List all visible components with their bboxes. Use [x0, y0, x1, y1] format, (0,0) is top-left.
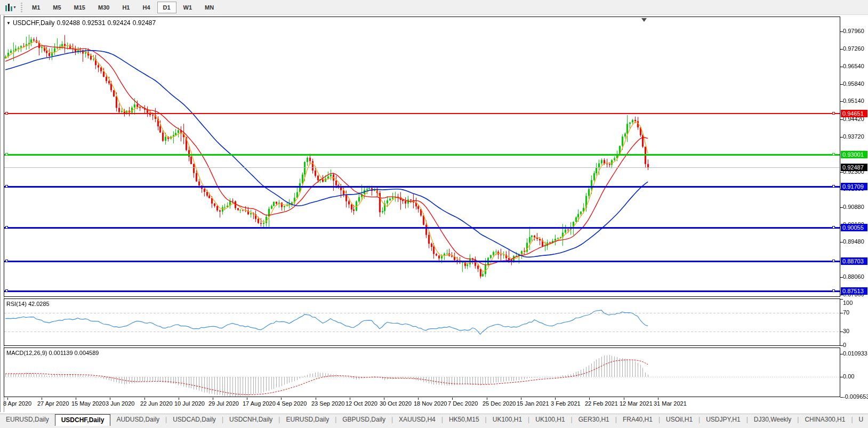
price-level-badge: 0.94651: [841, 110, 867, 117]
timeframe-button-d1[interactable]: D1: [157, 2, 176, 13]
price-tick-label: 0.89480: [843, 238, 864, 245]
date-label: 7 Dec 2020: [448, 400, 478, 407]
level-handle-right[interactable]: [832, 226, 835, 229]
chart-type-dropdown-icon[interactable]: ▾: [13, 5, 15, 10]
symbol-tab-usdchf-daily[interactable]: USDCHF,Daily: [55, 414, 111, 426]
rsi-canvas[interactable]: [4, 299, 839, 345]
date-label: 10 Jul 2020: [174, 400, 205, 407]
symbol-tab-usdjpy-h1[interactable]: USDJPY,H1: [700, 414, 746, 425]
price-tick-label: 0.90880: [843, 204, 864, 210]
price-tick-label: 0.88060: [843, 273, 864, 280]
date-tick-mark: [350, 398, 350, 400]
symbol-tab-audusd-daily[interactable]: AUDUSD,Daily: [110, 414, 165, 425]
price-level-badge: 0.87513: [841, 287, 867, 295]
ohlc-low: 0.92424: [107, 19, 130, 27]
level-handle-left[interactable]: [5, 112, 8, 115]
chart-symbol-period: USDCHF,Daily: [13, 19, 55, 27]
date-label: 22 Jun 2020: [140, 400, 173, 407]
rsi-tick-label: 100: [843, 300, 853, 306]
timeframe-button-w1[interactable]: W1: [178, 2, 198, 13]
price-tick-label: 0.96540: [843, 63, 864, 69]
current-price-badge: 0.92487: [841, 164, 867, 171]
symbol-tab-gbpusd-daily[interactable]: GBPUSD,Daily: [336, 414, 391, 425]
symbol-tab-eurusd-daily[interactable]: EURUSD,Daily: [0, 414, 55, 425]
date-tick-mark: [658, 398, 658, 400]
symbol-tab-eurusd-daily[interactable]: EURUSD,Daily: [280, 414, 335, 425]
date-label: 4 Sep 2020: [277, 400, 307, 407]
symbol-tab-u[interactable]: U: [853, 414, 868, 425]
symbol-tab-usoil-h1[interactable]: USOil,H1: [660, 414, 698, 425]
symbol-tab-xauusd-h4[interactable]: XAUUSD,H4: [393, 414, 441, 425]
toolbar-grip[interactable]: [21, 3, 22, 12]
macd-tick-label: 0.010933: [843, 350, 867, 357]
level-handle-left[interactable]: [5, 260, 8, 262]
chart-shift-marker[interactable]: [641, 18, 647, 22]
horizontal-level-line[interactable]: [4, 290, 840, 292]
date-tick-mark: [7, 398, 8, 400]
symbol-tab-hk50-m15[interactable]: HK50,M15: [443, 414, 485, 425]
date-tick-mark: [418, 398, 419, 400]
level-handle-right[interactable]: [832, 112, 835, 115]
level-handle-left[interactable]: [5, 289, 8, 292]
ohlc-open: 0.92488: [57, 19, 80, 27]
date-label: 31 Mar 2021: [654, 400, 687, 407]
level-handle-right[interactable]: [832, 153, 835, 156]
date-label: 30 Oct 2020: [380, 400, 412, 407]
symbol-tab-ger30-h1[interactable]: GER30,H1: [573, 414, 615, 425]
price-tick-label: 0.95840: [843, 80, 864, 87]
date-label: 3 Jun 2020: [106, 400, 134, 407]
level-handle-left[interactable]: [5, 153, 8, 156]
macd-canvas[interactable]: [4, 348, 839, 397]
price-level-badge: 0.91709: [841, 183, 867, 190]
main-chart-canvas[interactable]: [4, 17, 839, 296]
horizontal-level-line[interactable]: [4, 154, 840, 156]
price-level-badge: 0.93001: [841, 151, 867, 158]
date-tick-mark: [110, 398, 110, 400]
horizontal-level-line[interactable]: [4, 261, 840, 262]
timeframe-button-m1[interactable]: M1: [26, 2, 46, 13]
current-price-line: [4, 167, 840, 168]
rsi-tick-label: 70: [843, 309, 849, 316]
symbol-tab-usdcad-daily[interactable]: USDCAD,Daily: [167, 414, 222, 425]
date-label: 12 Mar 2021: [620, 400, 653, 407]
symbol-tabs: EURUSD,DailyUSDCHF,DailyAUDUSD,Daily|USD…: [0, 414, 868, 426]
timeframes-toolbar: ▾ M1M5M15M30H1H4D1W1MN: [0, 0, 868, 15]
level-handle-left[interactable]: [5, 226, 8, 229]
horizontal-level-line[interactable]: [4, 113, 840, 114]
date-tick-mark: [589, 398, 590, 400]
symbol-tab-fra40-h1[interactable]: FRA40,H1: [617, 414, 658, 425]
symbol-tab-uk100-h1[interactable]: UK100,H1: [529, 414, 570, 425]
chart-menu-caret-icon[interactable]: ▼: [6, 21, 11, 26]
date-label: 29 Jul 2020: [208, 400, 239, 407]
date-label: 18 Nov 2020: [414, 400, 447, 407]
date-label: 23 Sep 2020: [311, 400, 344, 407]
date-tick-mark: [624, 398, 624, 400]
symbol-tab-dj30-weekly[interactable]: DJ30,Weekly: [748, 414, 797, 425]
timeframe-buttons: M1M5M15M30H1H4D1W1MN: [26, 2, 220, 13]
ohlc-high: 0.92531: [82, 19, 105, 27]
price-tick-label: 0.97260: [843, 45, 864, 52]
macd-label: MACD(12,26,9) 0.001139 0.004589: [6, 350, 99, 356]
level-handle-right[interactable]: [832, 185, 835, 188]
symbol-tab-uk100-h1[interactable]: UK100,H1: [487, 414, 528, 425]
chart-type-button[interactable]: ▾: [2, 2, 20, 13]
symbol-tab-usdcnh-daily[interactable]: USDCNH,Daily: [223, 414, 278, 425]
level-handle-right[interactable]: [832, 260, 835, 262]
symbol-tab-china300-h1[interactable]: CHINA300,H1: [799, 414, 851, 425]
chart-header: ▼USDCHF,Daily0.924880.925310.924240.9248…: [6, 19, 158, 27]
horizontal-level-line[interactable]: [4, 227, 840, 229]
timeframe-button-h4[interactable]: H4: [136, 2, 156, 13]
date-label: 17 Aug 2020: [243, 400, 276, 407]
horizontal-level-line[interactable]: [4, 186, 840, 188]
date-label: 25 Dec 2020: [483, 400, 516, 407]
timeframe-button-m30[interactable]: M30: [92, 2, 115, 13]
level-handle-right[interactable]: [832, 289, 835, 292]
level-handle-left[interactable]: [5, 185, 8, 188]
timeframe-button-m5[interactable]: M5: [47, 2, 67, 13]
date-tick-mark: [555, 398, 556, 400]
timeframe-button-h1[interactable]: H1: [116, 2, 135, 13]
timeframe-button-mn[interactable]: MN: [199, 2, 220, 13]
date-label: 15 Jan 2021: [517, 400, 549, 407]
timeframe-button-m15[interactable]: M15: [68, 2, 91, 13]
macd-tick-label: -0.009653: [843, 393, 868, 400]
